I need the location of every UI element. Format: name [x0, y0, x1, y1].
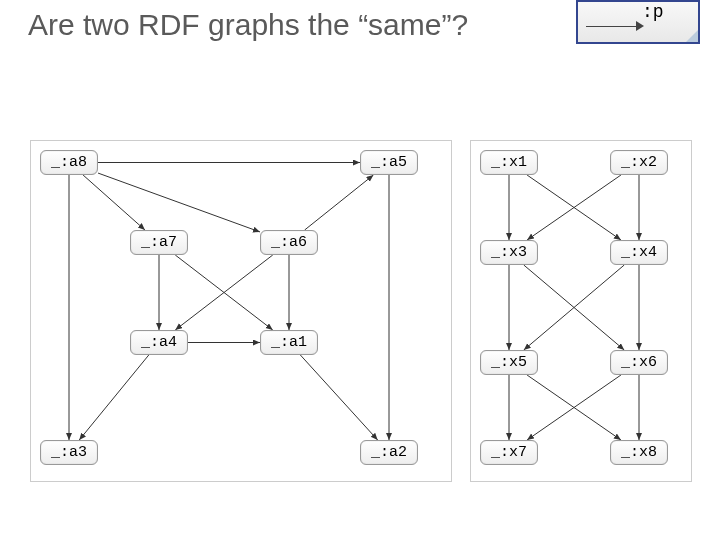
node-x4: _:x4: [610, 240, 668, 265]
node-a8: _:a8: [40, 150, 98, 175]
node-a4: _:a4: [130, 330, 188, 355]
node-x5: _:x5: [480, 350, 538, 375]
left-graph-box: [30, 140, 452, 482]
node-a1: _:a1: [260, 330, 318, 355]
node-a2: _:a2: [360, 440, 418, 465]
legend-arrow-head-icon: [636, 21, 644, 31]
legend-label: :p: [642, 2, 664, 22]
diagram-stage: _:a8 _:a5 _:a7 _:a6 _:a4 _:a1 _:a3 _:a2 …: [0, 70, 720, 540]
node-x7: _:x7: [480, 440, 538, 465]
node-a7: _:a7: [130, 230, 188, 255]
node-a6: _:a6: [260, 230, 318, 255]
node-x6: _:x6: [610, 350, 668, 375]
node-x1: _:x1: [480, 150, 538, 175]
node-x3: _:x3: [480, 240, 538, 265]
page-title: Are two RDF graphs the “same”?: [28, 8, 468, 42]
node-x2: _:x2: [610, 150, 668, 175]
node-x8: _:x8: [610, 440, 668, 465]
node-a5: _:a5: [360, 150, 418, 175]
legend-arrow-line: [586, 26, 638, 27]
dogear-icon: [686, 30, 698, 42]
right-graph-box: [470, 140, 692, 482]
legend-box: :p: [576, 0, 700, 44]
node-a3: _:a3: [40, 440, 98, 465]
